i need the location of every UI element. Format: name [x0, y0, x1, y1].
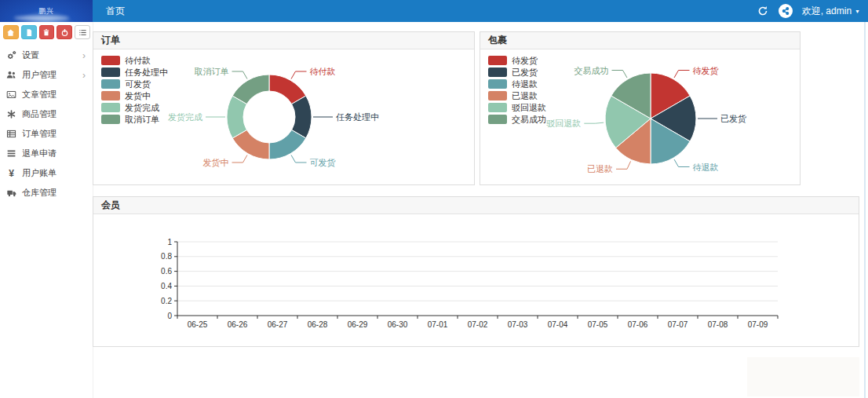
file-icon: [25, 28, 33, 37]
legend-label: 待退款: [512, 79, 538, 90]
svg-text:06-28: 06-28: [308, 320, 328, 329]
svg-text:06-27: 06-27: [268, 320, 288, 329]
sidebar-item-truck[interactable]: 仓库管理: [0, 183, 93, 203]
sidebar-item-label: 商品管理: [22, 108, 57, 120]
sidebar-item-users[interactable]: 用户管理›: [0, 65, 93, 85]
legend-item[interactable]: 驳回退款: [488, 103, 546, 112]
sidebar-item-label: 用户账单: [22, 167, 57, 179]
sidebar-item-list[interactable]: 退单申请: [0, 144, 93, 163]
svg-text:0: 0: [167, 312, 172, 320]
file-button[interactable]: [21, 25, 37, 39]
legend-item[interactable]: 任务处理中: [101, 68, 168, 77]
cogs-icon: [5, 50, 17, 60]
members-line-chart: 00.20.40.60.8106-2506-2606-2706-2806-290…: [93, 214, 859, 346]
svg-text:待付款: 待付款: [310, 67, 336, 76]
legend-swatch: [488, 103, 507, 112]
svg-text:取消订单: 取消订单: [195, 67, 229, 76]
orders-panel: 订单 待付款任务处理中可发货发货中发货完成取消订单 待付款任务处理中可发货发货中…: [93, 31, 475, 185]
sidebar: 设置›用户管理›文章管理商品管理订单管理退单申请¥用户账单仓库管理: [0, 22, 93, 398]
sidebar-item-label: 退单申请: [22, 148, 57, 159]
legend-swatch: [101, 115, 120, 124]
legend-label: 待付款: [125, 55, 151, 67]
legend-label: 驳回退款: [512, 102, 546, 114]
list-icon: [78, 28, 87, 37]
legend-swatch: [101, 68, 120, 77]
svg-text:06-29: 06-29: [348, 320, 368, 329]
svg-text:06-25: 06-25: [188, 320, 208, 329]
svg-text:发货完成: 发货完成: [168, 112, 202, 122]
svg-text:0.6: 0.6: [161, 267, 172, 276]
legend-label: 任务处理中: [125, 67, 168, 79]
legend-item[interactable]: 发货完成: [101, 103, 168, 112]
legend-swatch: [101, 56, 120, 65]
legend-swatch: [488, 56, 507, 65]
svg-text:驳回退款: 驳回退款: [546, 119, 581, 128]
sidebar-item-asterisk[interactable]: 商品管理: [0, 104, 93, 124]
legend-label: 发货完成: [125, 102, 159, 114]
sidebar-item-label: 设置: [22, 49, 39, 61]
svg-text:0.4: 0.4: [161, 282, 172, 290]
svg-text:待发货: 待发货: [693, 66, 719, 75]
nav-home-link[interactable]: 首页: [100, 0, 131, 22]
sidebar-item-label: 订单管理: [22, 128, 57, 140]
chevron-right-icon: ›: [82, 71, 86, 80]
legend-swatch: [488, 68, 507, 77]
svg-text:发货中: 发货中: [203, 158, 229, 167]
legend-label: 发货中: [125, 90, 151, 102]
svg-text:07-08: 07-08: [708, 320, 728, 329]
svg-text:06-26: 06-26: [228, 320, 248, 329]
brand-logo[interactable]: 鹏兴: [0, 0, 93, 22]
brand-text: 鹏兴: [38, 6, 54, 16]
svg-text:07-06: 07-06: [628, 320, 648, 329]
legend-item[interactable]: 交易成功: [488, 115, 546, 124]
sidebar-item-image[interactable]: 文章管理: [0, 85, 93, 104]
power-button[interactable]: [57, 25, 72, 39]
user-menu[interactable]: 欢迎, admin ▼: [802, 5, 860, 18]
legend-swatch: [101, 91, 120, 100]
svg-text:交易成功: 交易成功: [574, 66, 609, 75]
home-button[interactable]: [3, 25, 19, 39]
svg-text:07-04: 07-04: [548, 320, 568, 329]
svg-text:07-09: 07-09: [748, 320, 768, 329]
svg-text:待退款: 待退款: [693, 162, 719, 172]
legend-item[interactable]: 发货中: [101, 91, 168, 100]
trash-icon: [42, 28, 50, 37]
sidebar-item-label: 文章管理: [22, 89, 57, 100]
user-avatar-icon[interactable]: [779, 4, 793, 18]
chevron-down-icon: ▼: [855, 9, 860, 14]
legend-label: 已退款: [512, 90, 538, 102]
trash-button[interactable]: [39, 25, 55, 39]
table-icon: [5, 129, 17, 139]
svg-text:0.2: 0.2: [161, 297, 172, 305]
legend-swatch: [101, 79, 120, 89]
legend-item[interactable]: 待发货: [488, 56, 546, 65]
legend-swatch: [101, 103, 120, 112]
legend-swatch: [488, 91, 507, 100]
legend-item[interactable]: 已退款: [488, 91, 546, 100]
asterisk-icon: [5, 109, 17, 119]
legend-item[interactable]: 取消订单: [101, 115, 168, 124]
refresh-icon[interactable]: [757, 5, 769, 17]
svg-text:已发货: 已发货: [720, 114, 746, 123]
power-icon: [60, 28, 69, 37]
sidebar-item-table[interactable]: 订单管理: [0, 124, 93, 144]
sidebar-toolbar: [0, 22, 93, 42]
home-icon: [6, 28, 15, 37]
svg-text:1: 1: [167, 238, 172, 246]
scrollbar-track[interactable]: [864, 22, 866, 398]
sidebar-menu: 设置›用户管理›文章管理商品管理订单管理退单申请¥用户账单仓库管理: [0, 42, 93, 203]
sidebar-item-cogs[interactable]: 设置›: [0, 46, 93, 65]
legend-label: 待发货: [512, 55, 538, 67]
legend-item[interactable]: 待付款: [101, 56, 168, 65]
sidebar-item-label: 仓库管理: [22, 187, 57, 199]
truck-icon: [5, 188, 17, 198]
legend-item[interactable]: 待退款: [488, 79, 546, 89]
members-panel-title: 会员: [93, 197, 859, 214]
packages-panel-title: 包裹: [480, 32, 800, 49]
sidebar-item-yen[interactable]: ¥用户账单: [0, 163, 93, 183]
legend-item[interactable]: 已发货: [488, 68, 546, 77]
legend-label: 交易成功: [512, 114, 546, 126]
users-icon: [5, 70, 17, 80]
legend-item[interactable]: 可发货: [101, 79, 168, 89]
list-button[interactable]: [75, 25, 90, 39]
